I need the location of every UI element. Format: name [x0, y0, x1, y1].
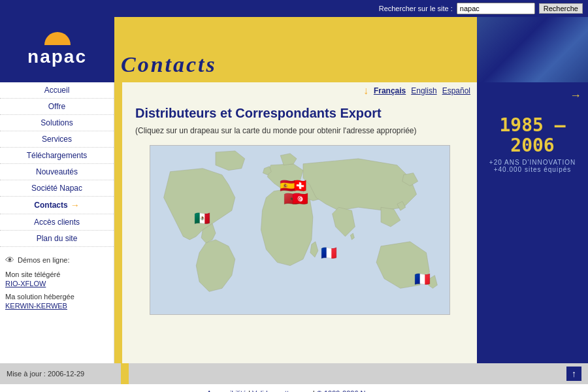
sidebar-item-contacts[interactable]: Contacts → [0, 197, 114, 214]
flag-pin-tunisia[interactable]: 🇹🇳 [292, 192, 308, 205]
logo-arc [44, 32, 71, 45]
header-decoration [477, 17, 588, 82]
anniversary-sub2: +40.000 sites équipés [483, 166, 581, 173]
sidebar-item-plan[interactable]: Plan du site [0, 231, 114, 247]
sidebar-item-accueil[interactable]: Accueil [0, 82, 114, 99]
update-label: Mise à jour : 2006-12-29 [7, 370, 121, 378]
search-input[interactable] [457, 3, 535, 14]
footer-validate-link[interactable]: Validez cette page [252, 389, 311, 392]
demo-kerwin-link[interactable]: KERWIN-KERWEB [5, 302, 67, 310]
demo-item-rio: Mon site télégéré RIO-XFLOW [5, 270, 108, 287]
lang-francais[interactable]: Français [374, 86, 406, 95]
anniversary-year: 1985 – 2006 [483, 116, 581, 156]
sidebar: Accueil Offre Solutions Services Télécha… [0, 82, 114, 363]
arrow-nav: → [570, 89, 581, 103]
lang-arrow-icon: ↓ [363, 85, 368, 97]
flag-pin-switzerland[interactable]: 🇨🇭 [292, 179, 308, 192]
sidebar-item-telechargements[interactable]: Téléchargements [0, 148, 114, 164]
logo-text-label: napac [27, 46, 87, 67]
content-subtitle: (Cliquez sur un drapeau sur la carte du … [135, 126, 464, 135]
world-map-container: 🇲🇽 🇪🇸 🇨🇭 🇲🇦 🇹🇳 🇫🇷 🇫🇷 [150, 145, 450, 315]
anniversary-sub1: +20 ANS D'INNOVATION [483, 159, 581, 166]
bottom-bar: Mise à jour : 2006-12-29 ↑ [0, 363, 588, 384]
right-panel: → 1985 – 2006 +20 ANS D'INNOVATION +40.0… [477, 82, 588, 363]
demo-rio-link[interactable]: RIO-XFLOW [5, 280, 46, 287]
search-label: Rechercher sur le site : [379, 5, 453, 12]
demo-rio-description: Mon site télégéré [5, 270, 108, 278]
sidebar-item-services[interactable]: Services [0, 131, 114, 148]
main-layout: Accueil Offre Solutions Services Télécha… [0, 82, 588, 363]
logo: napac [27, 32, 87, 67]
search-button[interactable]: Recherche [539, 3, 583, 14]
demo-kerwin-description: Ma solution hébergée [5, 293, 108, 301]
top-search-bar: Rechercher sur le site : Recherche [0, 0, 588, 17]
header-center: Contacts [114, 17, 477, 82]
footer: Accessibilité | Validez cette page | © 1… [0, 384, 588, 392]
lang-english[interactable]: English [411, 86, 436, 95]
flag-pin-mexico[interactable]: 🇲🇽 [194, 212, 210, 225]
footer-accessibility-link[interactable]: Accessibilité [207, 389, 247, 392]
demos-section: 👁 Démos en ligne: Mon site télégéré RIO-… [0, 247, 114, 323]
world-map-svg [150, 145, 450, 315]
footer-copyright-link[interactable]: © 1999-2006 Napac [317, 389, 382, 392]
demos-label: Démos en ligne: [18, 256, 70, 264]
bottom-bar-right: ↑ [129, 367, 581, 381]
sidebar-item-solutions[interactable]: Solutions [0, 115, 114, 131]
sidebar-item-acces[interactable]: Accès clients [0, 214, 114, 231]
yellow-stripe-bottom [121, 363, 129, 384]
content-body: Distributeurs et Correspondants Export (… [122, 99, 477, 363]
page-title: Contacts [121, 52, 217, 77]
logo-area: napac [0, 17, 114, 82]
content-area: ↓ Français English Español Distributeurs… [122, 82, 477, 363]
anniversary-box: 1985 – 2006 +20 ANS D'INNOVATION +40.000… [483, 116, 581, 173]
contacts-arrow-icon: → [71, 200, 80, 210]
flag-pin-france-pacific[interactable]: 🇫🇷 [414, 272, 431, 286]
language-bar: ↓ Français English Español [122, 82, 477, 99]
scroll-to-top-button[interactable]: ↑ [566, 367, 581, 381]
lang-espanol[interactable]: Español [442, 86, 470, 95]
content-title: Distributeurs et Correspondants Export [135, 106, 464, 121]
eye-icon: 👁 [5, 255, 14, 265]
sidebar-item-offre[interactable]: Offre [0, 99, 114, 115]
demo-item-kerwin: Ma solution hébergée KERWIN-KERWEB [5, 293, 108, 310]
yellow-stripe [114, 82, 122, 363]
flag-pin-france-overseas[interactable]: 🇫🇷 [321, 246, 337, 259]
header: napac Contacts [0, 17, 588, 82]
header-image [477, 17, 588, 82]
sidebar-item-nouveautes[interactable]: Nouveautés [0, 164, 114, 180]
sidebar-item-societe[interactable]: Société Napac [0, 180, 114, 197]
demos-header: 👁 Démos en ligne: [5, 255, 108, 265]
